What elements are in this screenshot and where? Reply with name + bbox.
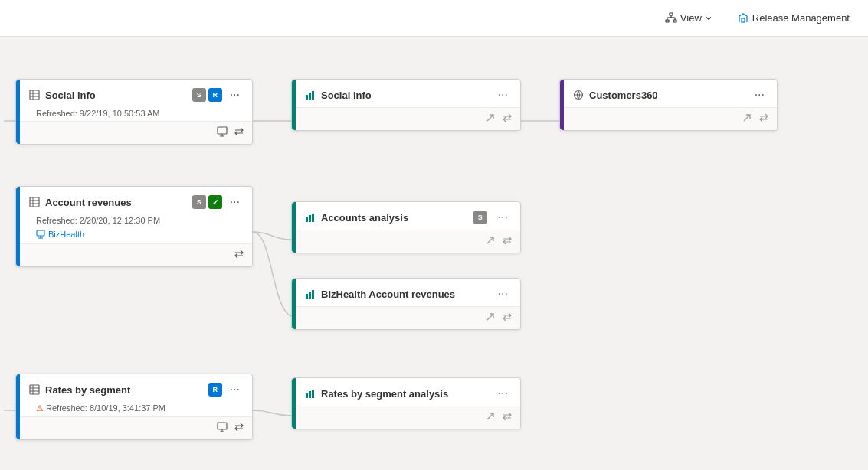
monitor-link-icon — [36, 230, 45, 239]
release-icon — [737, 12, 749, 24]
svg-rect-40 — [312, 390, 314, 398]
svg-rect-35 — [306, 294, 308, 299]
rates-by-segment-source-more-button[interactable]: ··· — [227, 382, 243, 397]
svg-rect-33 — [309, 215, 311, 222]
warning-icon: ⚠ — [36, 403, 46, 413]
svg-rect-0 — [670, 13, 673, 15]
chart-icon-4 — [304, 387, 316, 400]
source-card-social-info: Social info S R ··· Refreshed: 9/22/19, … — [15, 79, 253, 145]
chart-icon-1 — [304, 89, 316, 101]
svg-rect-39 — [309, 391, 311, 398]
customers360-title: Customers360 — [589, 90, 747, 101]
chart-icon-2 — [304, 211, 316, 224]
social-info-mid-footer — [292, 107, 520, 130]
transfer-icon-3[interactable] — [234, 422, 244, 435]
social-info-source-more-button[interactable]: ··· — [227, 87, 243, 103]
chevron-down-icon — [705, 15, 712, 22]
account-revenues-source-title: Account revenues — [45, 197, 188, 208]
svg-rect-34 — [312, 214, 314, 222]
account-revenues-source-meta: Refreshed: 2/20/20, 12:12:30 PM — [16, 214, 252, 228]
svg-rect-1 — [666, 20, 669, 22]
svg-rect-36 — [309, 292, 311, 299]
svg-rect-15 — [30, 197, 39, 207]
svg-rect-32 — [306, 217, 308, 222]
badge-green-1: ✓ — [208, 195, 222, 209]
monitor-icon-3[interactable] — [217, 422, 228, 435]
transfer-icon-7[interactable] — [502, 411, 513, 424]
mid-card-rates-by-segment-analysis: Rates by segment analysis ··· — [291, 377, 521, 429]
svg-rect-29 — [306, 95, 308, 100]
bizhealth-account-revenues-mid-more-button[interactable]: ··· — [495, 286, 511, 302]
right-card-customers360: Customers360 ··· — [559, 79, 778, 131]
svg-rect-8 — [30, 90, 39, 100]
mid-card-social-info: Social info ··· — [291, 79, 521, 131]
account-revenues-source-footer — [16, 243, 252, 266]
arrow-icon-3[interactable] — [485, 312, 496, 325]
arrow-icon-5[interactable] — [742, 113, 752, 126]
account-revenues-badges: S ✓ — [192, 195, 222, 209]
chart-icon-3 — [304, 288, 316, 300]
svg-rect-2 — [673, 20, 676, 22]
svg-rect-26 — [218, 423, 227, 429]
social-info-source-meta: Refreshed: 9/22/19, 10:50:53 AM — [16, 107, 252, 121]
source-card-rates-by-segment: Rates by segment R ··· ⚠ Refreshed: 8/10… — [15, 374, 253, 440]
rates-by-segment-source-title: Rates by segment — [45, 384, 204, 396]
left-bar-purple-1 — [560, 80, 564, 130]
left-bar-teal-1 — [292, 80, 296, 130]
account-revenues-source-more-button[interactable]: ··· — [227, 194, 243, 210]
accounts-analysis-mid-more-button[interactable]: ··· — [495, 210, 511, 225]
badge-blue-1: R — [208, 88, 222, 102]
arrow-icon-4[interactable] — [485, 411, 496, 424]
badge-gray-1: S — [192, 88, 206, 102]
svg-rect-37 — [312, 290, 314, 299]
customers360-more-button[interactable]: ··· — [752, 87, 768, 103]
transfer-icon-8[interactable] — [758, 113, 769, 126]
table-icon — [28, 89, 41, 101]
accounts-analysis-mid-footer — [292, 230, 520, 253]
social-info-badges: S R — [192, 88, 222, 102]
bizhealth-link-text: BizHealth — [48, 230, 84, 239]
mid-card-bizhealth-account-revenues: BizHealth Account revenues ··· — [291, 278, 521, 330]
left-bar-blue-2 — [16, 187, 20, 266]
transfer-icon-4[interactable] — [502, 113, 513, 126]
svg-rect-19 — [37, 230, 44, 236]
account-revenues-link[interactable]: BizHealth — [16, 228, 252, 243]
rates-badges: R — [208, 383, 222, 397]
monitor-icon[interactable] — [217, 126, 228, 139]
svg-rect-30 — [309, 93, 311, 100]
rates-by-segment-source-meta: ⚠ Refreshed: 8/10/19, 3:41:37 PM — [16, 402, 252, 416]
arrow-icon-2[interactable] — [485, 235, 496, 248]
transfer-icon-5[interactable] — [502, 235, 513, 248]
hierarchy-icon — [665, 12, 677, 24]
bizhealth-account-revenues-mid-title: BizHealth Account revenues — [321, 289, 490, 300]
top-bar: View Release Management — [0, 0, 868, 37]
table-icon-3 — [28, 384, 41, 396]
social-info-mid-title: Social info — [321, 90, 490, 101]
rates-by-segment-analysis-mid-footer — [292, 406, 520, 429]
left-bar-blue — [16, 80, 20, 144]
social-info-mid-more-button[interactable]: ··· — [495, 87, 511, 103]
transfer-icon[interactable] — [234, 126, 244, 139]
source-card-account-revenues: Account revenues S ✓ ··· Refreshed: 2/20… — [15, 186, 253, 267]
svg-rect-22 — [30, 385, 39, 394]
rates-by-segment-source-footer — [16, 416, 252, 439]
release-management-button[interactable]: Release Management — [731, 9, 856, 28]
left-bar-teal-2 — [292, 202, 296, 253]
view-button[interactable]: View — [659, 9, 719, 28]
badge-gray-2: S — [192, 195, 206, 209]
accounts-analysis-mid-title: Accounts analysis — [321, 212, 469, 224]
rates-by-segment-analysis-mid-more-button[interactable]: ··· — [495, 386, 511, 401]
release-label: Release Management — [752, 12, 850, 24]
badge-blue-2: R — [208, 383, 222, 397]
left-bar-teal-3 — [292, 279, 296, 329]
table-icon-2 — [28, 196, 41, 208]
canvas: Social info S R ··· Refreshed: 9/22/19, … — [0, 37, 868, 470]
arrow-icon-1[interactable] — [485, 113, 496, 126]
left-bar-teal-4 — [292, 378, 296, 429]
transfer-icon-6[interactable] — [502, 312, 513, 325]
view-label: View — [680, 12, 702, 24]
bizhealth-account-revenues-mid-footer — [292, 306, 520, 329]
transfer-icon-2[interactable] — [234, 249, 244, 262]
svg-rect-12 — [218, 127, 227, 134]
customers360-footer — [560, 107, 777, 130]
